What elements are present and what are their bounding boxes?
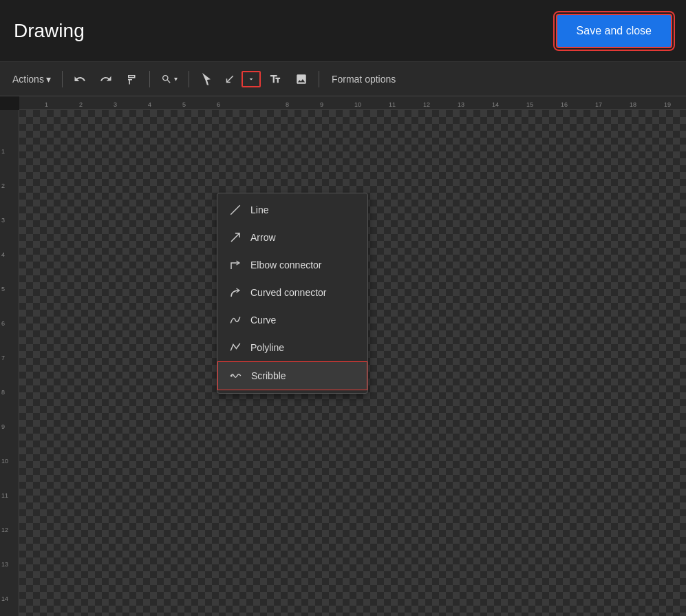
ruler-v-mark: 1 bbox=[1, 148, 5, 155]
curved-connector-label: Curved connector bbox=[250, 287, 327, 298]
header: Drawing Save and close bbox=[0, 0, 686, 62]
redo-icon bbox=[100, 73, 112, 85]
separator-3 bbox=[189, 71, 189, 87]
redo-button[interactable] bbox=[94, 69, 118, 89]
toolbar: Actions ▾ ▾ Format options bbox=[0, 62, 686, 96]
dropdown-chevron-icon bbox=[247, 75, 255, 83]
ruler-left: 123456789101112131415 bbox=[0, 110, 19, 616]
ruler-v-mark: 9 bbox=[1, 423, 5, 430]
ruler-h-mark: 3 bbox=[114, 101, 117, 108]
save-close-button[interactable]: Save and close bbox=[556, 14, 672, 48]
ruler-h-mark: 5 bbox=[182, 101, 186, 108]
dropdown-item-line[interactable]: Line bbox=[217, 196, 367, 224]
elbow-label: Elbow connector bbox=[250, 259, 322, 270]
ruler-h-mark: 11 bbox=[389, 101, 396, 108]
curve-dropdown-icon bbox=[228, 313, 242, 327]
actions-chevron-icon: ▾ bbox=[46, 74, 51, 85]
ruler-h-mark: 6 bbox=[217, 101, 220, 108]
separator-1 bbox=[62, 71, 63, 87]
undo-icon bbox=[74, 73, 86, 85]
actions-menu-button[interactable]: Actions ▾ bbox=[7, 70, 56, 89]
ruler-h-mark: 15 bbox=[526, 101, 533, 108]
ruler-v-mark: 7 bbox=[1, 354, 5, 361]
dropdown-item-arrow[interactable]: Arrow bbox=[217, 224, 367, 251]
ruler-v-mark: 11 bbox=[1, 492, 8, 499]
scribble-label: Scribble bbox=[251, 370, 286, 381]
dropdown-item-curved-connector[interactable]: Curved connector bbox=[217, 279, 367, 306]
arrow-dropdown-icon bbox=[228, 231, 242, 244]
line-tool-button[interactable] bbox=[221, 69, 239, 89]
ruler-h-mark: 18 bbox=[630, 101, 636, 108]
image-button[interactable] bbox=[290, 69, 313, 89]
polyline-label: Polyline bbox=[250, 342, 284, 353]
wordart-button[interactable] bbox=[264, 69, 287, 89]
ruler-v-mark: 14 bbox=[1, 595, 8, 602]
select-tool-button[interactable] bbox=[195, 69, 218, 89]
ruler-v-mark: 10 bbox=[1, 458, 8, 465]
line-label: Line bbox=[250, 204, 268, 215]
actions-label: Actions bbox=[12, 74, 44, 85]
elbow-dropdown-icon bbox=[228, 258, 242, 272]
separator-2 bbox=[149, 71, 150, 87]
ruler-h-mark: 17 bbox=[595, 101, 602, 108]
ruler-h-mark: 9 bbox=[320, 101, 323, 108]
select-icon bbox=[200, 73, 213, 85]
paint-format-button[interactable] bbox=[120, 69, 144, 89]
wordart-icon bbox=[269, 73, 281, 85]
ruler-v-mark: 4 bbox=[1, 251, 5, 258]
ruler-h-mark: 1 bbox=[45, 101, 48, 108]
ruler-h-mark: 8 bbox=[286, 101, 289, 108]
dropdown-item-curve[interactable]: Curve bbox=[217, 306, 367, 334]
format-options-button[interactable]: Format options bbox=[325, 70, 403, 89]
ruler-v-mark: 6 bbox=[1, 320, 5, 327]
app-title: Drawing bbox=[14, 20, 85, 42]
ruler-h-mark: 12 bbox=[423, 101, 430, 108]
ruler-v-mark: 3 bbox=[1, 217, 5, 224]
zoom-button[interactable]: ▾ bbox=[156, 70, 183, 89]
ruler-v-mark: 13 bbox=[1, 561, 8, 568]
paint-format-icon bbox=[126, 73, 138, 85]
line-tool-dropdown-button[interactable] bbox=[242, 71, 261, 87]
ruler-h-mark: 4 bbox=[148, 101, 151, 108]
curved-connector-dropdown-icon bbox=[228, 286, 242, 299]
ruler-h-mark: 14 bbox=[492, 101, 499, 108]
ruler-top: 12345689101112131415161718192021 bbox=[19, 96, 686, 110]
zoom-chevron-icon: ▾ bbox=[174, 75, 178, 83]
image-icon bbox=[295, 73, 308, 85]
ruler-h-mark: 13 bbox=[458, 101, 464, 108]
dropdown-item-elbow[interactable]: Elbow connector bbox=[217, 251, 367, 279]
ruler-v-mark: 5 bbox=[1, 286, 5, 293]
scribble-dropdown-icon bbox=[229, 369, 243, 383]
zoom-icon bbox=[161, 74, 172, 85]
ruler-h-mark: 2 bbox=[79, 101, 83, 108]
svg-line-0 bbox=[231, 205, 240, 215]
dropdown-item-polyline[interactable]: Polyline bbox=[217, 334, 367, 361]
curve-label: Curve bbox=[250, 315, 276, 326]
ruler-v-mark: 12 bbox=[1, 527, 8, 533]
polyline-dropdown-icon bbox=[228, 341, 242, 354]
line-dropdown-icon bbox=[228, 203, 242, 217]
separator-4 bbox=[319, 71, 319, 87]
ruler-h-mark: 16 bbox=[561, 101, 568, 108]
canvas-container: 12345689101112131415161718192021 1234567… bbox=[0, 96, 686, 616]
ruler-v-mark: 2 bbox=[1, 182, 5, 189]
ruler-h-mark: 19 bbox=[664, 101, 671, 108]
undo-button[interactable] bbox=[68, 69, 92, 89]
ruler-h-mark: 10 bbox=[354, 101, 361, 108]
dropdown-item-scribble[interactable]: Scribble bbox=[217, 361, 367, 390]
line-icon bbox=[224, 73, 236, 85]
ruler-v-mark: 8 bbox=[1, 389, 5, 396]
line-type-dropdown-menu: LineArrowElbow connectorCurved connector… bbox=[217, 193, 368, 394]
svg-point-1 bbox=[231, 375, 233, 377]
arrow-label: Arrow bbox=[250, 232, 276, 243]
